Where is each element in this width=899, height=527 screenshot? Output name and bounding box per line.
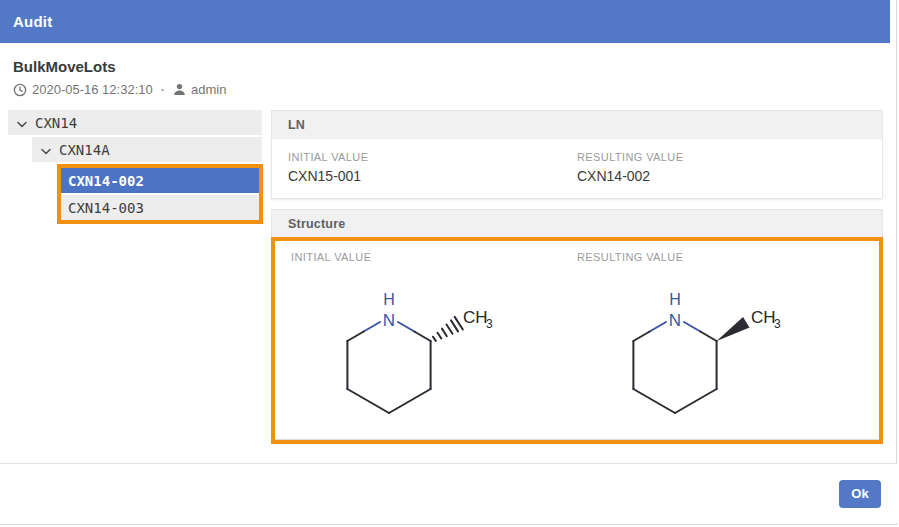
- main-content: CXN14 CXN14A CXN14-002 CXN14-003: [0, 110, 896, 444]
- audit-timestamp: 2020-05-16 12:32:10: [32, 82, 153, 97]
- n-atom-label: N: [669, 311, 681, 330]
- initial-value-label: INITIAL VALUE: [288, 151, 577, 163]
- ln-resulting-value: CXN14-002: [577, 168, 866, 184]
- audit-action-name: BulkMoveLots: [13, 58, 896, 75]
- ln-initial-column: INITIAL VALUE CXN15-001: [288, 151, 577, 184]
- tree-item-label: CXN14-003: [68, 200, 144, 216]
- chevron-down-icon[interactable]: [17, 115, 27, 131]
- tree-item-cxn14[interactable]: CXN14: [8, 110, 262, 135]
- tree-item-label: CXN14-002: [68, 173, 144, 189]
- audit-dialog: Audit BulkMoveLots 2020-05-16 12:32:10 ·…: [0, 0, 897, 525]
- ln-section: LN INITIAL VALUE CXN15-001 RESULTING VAL…: [271, 110, 883, 199]
- structure-section: Structure INITIAL VALUE: [271, 209, 883, 444]
- methyl-subscript: 3: [486, 317, 493, 331]
- dialog-header: Audit: [0, 0, 890, 43]
- ln-section-title: LN: [288, 118, 305, 132]
- tree-item-cxn14a[interactable]: CXN14A: [32, 137, 262, 162]
- structure-resulting-column: RESULTING VALUE: [577, 251, 863, 439]
- h-atom-label: H: [669, 291, 681, 308]
- n-atom-label: N: [383, 311, 395, 330]
- tree-highlight-box: CXN14-002 CXN14-003: [57, 164, 263, 224]
- tree-item-label: CXN14A: [59, 142, 110, 158]
- audit-user: admin: [191, 82, 226, 97]
- structure-initial-column: INITIAL VALUE: [291, 251, 577, 439]
- structure-highlight-box: INITIAL VALUE: [271, 237, 883, 444]
- structure-section-body: INITIAL VALUE: [275, 241, 879, 440]
- resulting-value-label: RESULTING VALUE: [577, 251, 863, 263]
- resulting-structure-drawing: H N CH 3: [615, 277, 800, 427]
- ok-button[interactable]: Ok: [839, 480, 881, 508]
- audit-detail-panel: LN INITIAL VALUE CXN15-001 RESULTING VAL…: [271, 110, 883, 444]
- tree-item-cxn14-002[interactable]: CXN14-002: [61, 168, 259, 193]
- h-atom-label: H: [383, 291, 395, 308]
- initial-value-label: INITIAL VALUE: [291, 251, 577, 263]
- audit-meta-block: BulkMoveLots 2020-05-16 12:32:10 · admin: [0, 43, 896, 97]
- dashed-wedge-bond: [433, 317, 463, 341]
- ln-section-header: LN: [271, 110, 883, 138]
- audit-meta-row: 2020-05-16 12:32:10 · admin: [13, 82, 896, 97]
- piperidine-ring: [633, 322, 716, 413]
- tree-item-cxn14-003[interactable]: CXN14-003: [61, 195, 259, 220]
- structure-section-title: Structure: [288, 217, 345, 231]
- tree-item-label: CXN14: [35, 115, 77, 131]
- dialog-footer: Ok: [0, 463, 897, 523]
- meta-separator: ·: [158, 82, 168, 97]
- ln-initial-value: CXN15-001: [288, 168, 577, 184]
- methyl-subscript: 3: [774, 317, 781, 331]
- dialog-title: Audit: [0, 13, 52, 30]
- methyl-label: CH: [463, 308, 488, 327]
- methyl-label: CH: [751, 308, 776, 327]
- ln-section-body: INITIAL VALUE CXN15-001 RESULTING VALUE …: [271, 138, 883, 199]
- piperidine-ring: [347, 322, 430, 413]
- lot-tree: CXN14 CXN14A CXN14-002 CXN14-003: [8, 110, 262, 444]
- structure-section-header: Structure: [271, 209, 883, 237]
- ln-resulting-column: RESULTING VALUE CXN14-002: [577, 151, 866, 184]
- user-icon: [173, 83, 186, 96]
- solid-wedge-bond: [717, 317, 750, 341]
- resulting-value-label: RESULTING VALUE: [577, 151, 866, 163]
- clock-icon: [13, 83, 27, 97]
- chevron-down-icon[interactable]: [41, 142, 51, 158]
- initial-structure-drawing: H N CH 3: [329, 277, 514, 427]
